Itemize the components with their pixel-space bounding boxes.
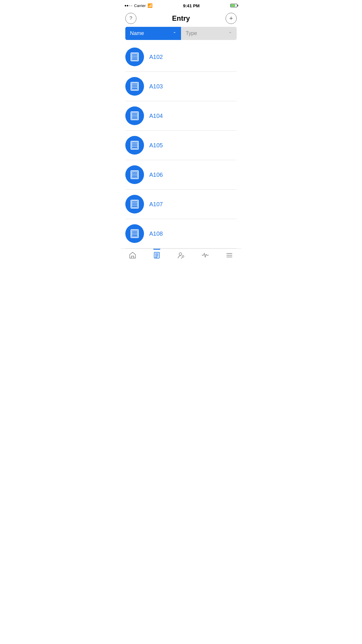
active-tab-indicator [153, 249, 160, 250]
sort-name-label: Name [130, 30, 144, 36]
svg-rect-0 [131, 53, 138, 61]
entry-label: A108 [149, 230, 163, 237]
door-icon [129, 52, 140, 62]
svg-rect-30 [131, 200, 138, 208]
carrier-label: Carrier [134, 4, 146, 8]
list-item[interactable]: A104 [125, 101, 237, 131]
tab-users[interactable] [169, 251, 193, 259]
entry-label: A105 [149, 142, 163, 149]
door-icon [129, 228, 140, 239]
svg-rect-24 [131, 171, 138, 179]
entry-icon [125, 165, 144, 184]
list-item[interactable]: A106 [125, 160, 237, 190]
entry-icon [125, 224, 144, 243]
sort-row: Name ⌃ Type ⌃ [121, 27, 241, 42]
sort-type-button[interactable]: Type ⌃ [181, 27, 237, 40]
entry-list: A102 A103 A104 A105 [121, 42, 241, 249]
svg-rect-42 [131, 256, 134, 258]
list-item[interactable]: A102 [125, 42, 237, 72]
sort-type-chevron-icon: ⌃ [229, 31, 232, 36]
help-icon: ? [129, 15, 132, 21]
entry-icon [125, 136, 144, 155]
sort-type-label: Type [186, 30, 197, 36]
entry-label: A104 [149, 113, 163, 119]
battery-icon: ⚡ [230, 4, 237, 7]
door-icon [129, 169, 140, 180]
svg-point-49 [182, 256, 184, 257]
status-bar: Carrier 📶 9:41 PM ⚡ [121, 0, 241, 10]
menu-icon [225, 251, 233, 259]
page-title: Entry [172, 14, 190, 22]
tab-entries[interactable] [145, 251, 169, 259]
entries-icon [153, 251, 161, 259]
status-time: 9:41 PM [183, 3, 200, 8]
entry-icon [125, 106, 144, 125]
status-left: Carrier 📶 [125, 3, 152, 8]
door-icon [129, 140, 140, 150]
entry-label: A106 [149, 172, 163, 178]
list-item[interactable]: A103 [125, 72, 237, 101]
sort-name-chevron-icon: ⌃ [173, 31, 176, 36]
door-icon [129, 81, 140, 92]
header: ? Entry + [121, 10, 241, 27]
entry-icon [125, 48, 144, 66]
entry-icon [125, 195, 144, 214]
svg-rect-6 [131, 82, 138, 90]
tab-bar [121, 249, 241, 262]
list-item[interactable]: A105 [125, 131, 237, 160]
tab-activity[interactable] [193, 251, 217, 259]
status-right: ⚡ [230, 4, 237, 7]
wifi-icon: 📶 [147, 3, 152, 8]
door-icon [129, 199, 140, 209]
signal-icon [125, 5, 132, 6]
entry-icon [125, 77, 144, 96]
activity-icon [201, 251, 209, 259]
svg-rect-18 [131, 141, 138, 149]
door-icon [129, 111, 140, 121]
list-item[interactable]: A107 [125, 190, 237, 219]
users-icon [177, 251, 185, 259]
svg-rect-12 [131, 112, 138, 120]
entry-label: A103 [149, 83, 163, 90]
add-button[interactable]: + [226, 13, 237, 24]
home-icon [129, 251, 137, 259]
add-icon: + [229, 15, 233, 22]
tab-home[interactable] [121, 251, 145, 259]
list-item[interactable]: A108 [125, 219, 237, 249]
entry-label: A102 [149, 54, 163, 60]
sort-name-button[interactable]: Name ⌃ [125, 27, 181, 40]
svg-point-48 [179, 253, 182, 256]
help-button[interactable]: ? [125, 13, 136, 24]
svg-rect-36 [131, 230, 138, 238]
tab-menu[interactable] [217, 251, 241, 259]
entry-label: A107 [149, 201, 163, 208]
